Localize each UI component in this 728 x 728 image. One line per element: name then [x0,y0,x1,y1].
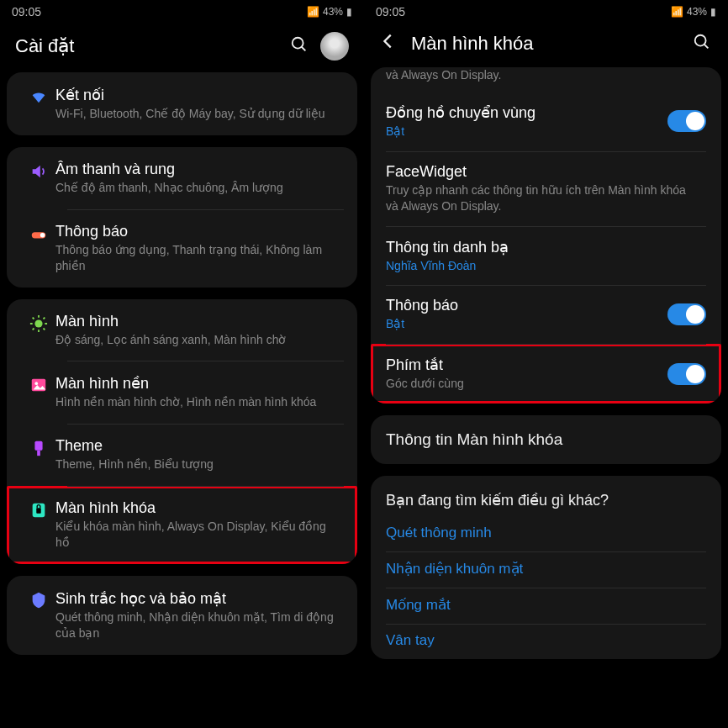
svg-point-4 [34,319,42,327]
svg-point-3 [40,233,45,238]
item-text: Màn hình khóa Kiểu khóa màn hình, Always… [55,499,342,551]
settings-list[interactable]: Kết nối Wi-Fi, Bluetooth, Chế độ Máy bay… [0,72,364,728]
settings-item[interactable]: Sinh trắc học và bảo mật Quét thông minh… [7,576,357,655]
item-title: Màn hình khóa [55,499,342,517]
help-link[interactable]: Quét thông minh [371,516,721,551]
page-title: Cài đặt [15,35,280,57]
settings-group: Màn hình Độ sáng, Lọc ánh sáng xanh, Màn… [7,299,357,564]
settings-main-screen: 09:05 📶 43% ▮ Cài đặt Kết nối Wi-Fi, Blu… [0,0,364,728]
lockscreen-item[interactable]: Thông tin danh bạ Nghĩa Vĩnh Đoàn [371,226,721,286]
svg-line-1 [302,46,306,50]
settings-item[interactable]: Màn hình Độ sáng, Lọc ánh sáng xanh, Màn… [7,299,357,361]
item-title: Màn hình nền [55,374,342,393]
battery-icon: ▮ [710,6,716,18]
display-icon [22,313,55,333]
toggle-switch[interactable] [667,363,706,385]
search-icon[interactable] [693,33,713,55]
svg-line-20 [704,44,709,48]
item-text: Màn hình nền Hình nền màn hình chờ, Hình… [55,374,342,410]
settings-item[interactable]: Kết nối Wi-Fi, Bluetooth, Chế độ Máy bay… [7,72,357,135]
svg-line-11 [33,328,34,330]
settings-item[interactable]: Thông báo Thông báo ứng dụng, Thanh trạn… [7,209,357,288]
avatar[interactable] [320,32,349,61]
settings-item[interactable]: Màn hình nền Hình nền màn hình chờ, Hình… [7,361,357,424]
svg-point-19 [695,34,706,45]
lockscreen-settings-screen: 09:05 📶 43% ▮ Màn hình khóa và Always On… [364,0,728,728]
item-text: FaceWidget Truy cập nhanh các thông tin … [386,163,706,214]
item-subtitle: Quét thông minh, Nhận diện khuôn mặt, Tì… [55,609,342,641]
item-subtitle: Kiểu khóa màn hình, Always On Display, K… [55,519,342,551]
item-subtitle: Nghĩa Vĩnh Đoàn [386,258,696,274]
item-title: Phím tắt [386,356,657,374]
link-label: Nhận diện khuôn mặt [386,560,523,578]
toggle-switch[interactable] [667,110,706,132]
settings-group: Sinh trắc học và bảo mật Quét thông minh… [7,576,357,655]
item-title: Thông báo [55,223,342,240]
lockscreen-item[interactable]: FaceWidget Truy cập nhanh các thông tin … [371,151,721,226]
lockscreen-list[interactable]: và Always On Display. Đồng hồ chuyển vùn… [364,67,728,728]
item-text: Đồng hồ chuyển vùng Bật [386,103,667,140]
item-subtitle: Wi-Fi, Bluetooth, Chế độ Máy bay, Sử dụn… [55,106,342,122]
svg-rect-18 [36,508,41,513]
lockscreen-item[interactable]: Đồng hồ chuyển vùng Bật [371,92,721,151]
info-section-title: Thông tin Màn hình khóa [371,415,721,464]
item-title: Đồng hồ chuyển vùng [386,103,657,122]
settings-group: Âm thanh và rung Chế độ âm thanh, Nhạc c… [7,147,357,288]
battery-text: 43% [687,6,707,18]
link-label: Vân tay [386,632,435,649]
svg-line-12 [44,317,45,319]
header: Cài đặt [0,24,364,72]
lock-icon [22,499,55,520]
item-text: Theme Theme, Hình nền, Biểu tượng [55,437,342,472]
item-subtitle: Theme, Hình nền, Biểu tượng [55,456,342,472]
item-title: Kết nối [55,86,342,104]
toggle-switch[interactable] [667,303,706,325]
status-bar: 09:05 📶 43% ▮ [0,0,364,24]
lockscreen-item[interactable]: Phím tắt Góc dưới cùng [371,344,721,404]
svg-rect-16 [37,451,40,456]
wifi-icon [22,86,55,106]
signal-icon: 📶 [671,6,683,18]
group-help: Bạn đang tìm kiếm điều gì khác? Quét thô… [371,476,721,659]
status-bar: 09:05 📶 43% ▮ [364,0,728,24]
back-icon[interactable] [379,32,399,55]
settings-item[interactable]: Âm thanh và rung Chế độ âm thanh, Nhạc c… [7,147,357,209]
status-right: 📶 43% ▮ [671,6,716,18]
svg-line-10 [44,328,45,330]
item-text: Màn hình Độ sáng, Lọc ánh sáng xanh, Màn… [55,313,342,348]
item-subtitle: Góc dưới cùng [386,376,657,392]
link-label: Quét thông minh [386,525,492,541]
group-info[interactable]: Thông tin Màn hình khóa [371,415,721,464]
biometric-icon [22,589,55,609]
status-right: 📶 43% ▮ [307,6,352,18]
item-subtitle: Độ sáng, Lọc ánh sáng xanh, Màn hình chờ [55,332,342,348]
svg-point-0 [293,37,303,48]
item-title: Theme [55,437,342,455]
item-text: Kết nối Wi-Fi, Bluetooth, Chế độ Máy bay… [55,86,342,122]
page-title: Màn hình khóa [411,33,683,55]
settings-item[interactable]: Màn hình khóa Kiểu khóa màn hình, Always… [7,486,357,564]
svg-point-14 [34,382,38,386]
link-label: Mống mắt [386,596,451,614]
help-title: Bạn đang tìm kiếm điều gì khác? [371,476,721,516]
lockscreen-item[interactable]: Thông báo Bật [371,285,721,344]
settings-item[interactable]: Theme Theme, Hình nền, Biểu tượng [7,424,357,486]
battery-text: 43% [323,6,343,18]
item-title: Thông tin danh bạ [386,238,696,256]
help-link[interactable]: Vân tay [371,624,721,659]
help-link[interactable]: Mống mắt [371,588,721,624]
battery-icon: ▮ [346,6,352,18]
help-link[interactable]: Nhận diện khuôn mặt [371,551,721,588]
signal-icon: 📶 [307,6,319,18]
search-icon[interactable] [290,35,310,58]
item-subtitle: Truy cập nhanh các thông tin hữu ích trê… [386,182,696,214]
status-time: 09:05 [376,5,405,18]
header: Màn hình khóa [364,24,728,67]
notification-icon [22,223,55,243]
item-title: FaceWidget [386,163,696,181]
item-subtitle: Thông báo ứng dụng, Thanh trạng thái, Kh… [55,242,342,274]
sound-icon [22,161,55,181]
item-title: Sinh trắc học và bảo mật [55,589,342,608]
wallpaper-icon [22,374,55,394]
theme-icon [22,437,55,457]
